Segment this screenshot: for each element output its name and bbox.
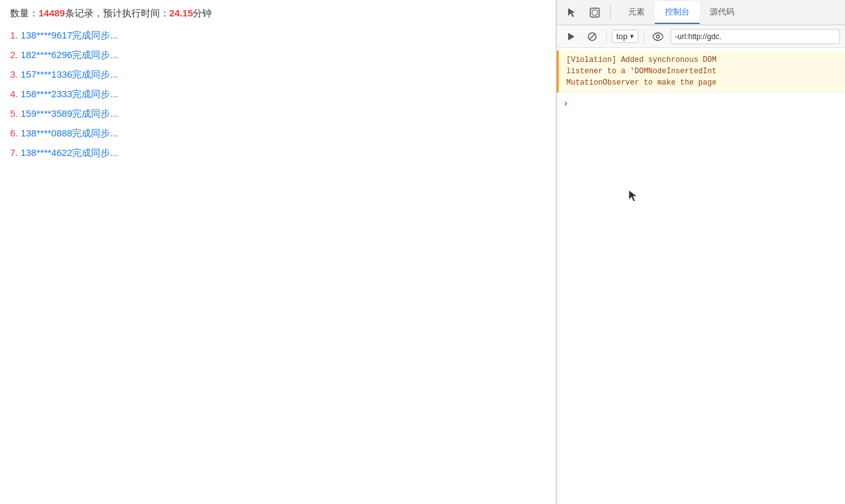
violation-message: [Violation] Added synchronous DOMlistene…	[557, 51, 845, 93]
svg-rect-1	[592, 10, 597, 15]
devtools-top-toolbar: 元素 控制台 源代码	[557, 0, 845, 25]
toolbar-divider-1	[610, 5, 611, 20]
time-unit: 分钟	[193, 8, 212, 18]
item-text: 159****3589完成同步...	[21, 108, 118, 119]
top-dropdown[interactable]: top ▾	[612, 30, 638, 43]
left-panel: 数量：14489条记录，预计执行时间：24.15分钟 1. 138****961…	[0, 0, 556, 504]
list-item: 7. 138****4622完成同步...	[10, 147, 545, 159]
svg-marker-2	[568, 33, 574, 40]
tab-elements[interactable]: 元素	[618, 1, 655, 24]
item-number: 6.	[10, 128, 18, 138]
console-content: [Violation] Added synchronous DOMlistene…	[557, 48, 845, 504]
tab-console[interactable]: 控制台	[655, 1, 700, 24]
item-text: 138****9617完成同步...	[21, 30, 118, 40]
inspect-button[interactable]	[585, 3, 605, 23]
item-text: 158****2333完成同步...	[21, 88, 118, 99]
cursor-pointer-icon	[626, 189, 639, 204]
item-text: 157****1336完成同步...	[21, 69, 118, 80]
cursor-select-button[interactable]	[562, 3, 582, 23]
console-toolbar: top ▾	[557, 25, 845, 48]
list-item: 6. 138****0888完成同步...	[10, 128, 545, 140]
tab-sources[interactable]: 源代码	[700, 1, 745, 24]
item-number: 3.	[10, 69, 18, 80]
record-count: 14489	[39, 8, 65, 18]
console-prompt: ›	[557, 93, 845, 113]
item-number: 1.	[10, 30, 18, 40]
play-button[interactable]	[562, 28, 580, 45]
svg-point-5	[657, 35, 660, 38]
item-number: 2.	[10, 49, 18, 60]
eye-button[interactable]	[649, 28, 667, 45]
console-divider-2	[643, 30, 644, 43]
item-number: 7.	[10, 147, 18, 158]
item-text: 182****6296完成同步...	[21, 49, 118, 60]
console-divider-1	[606, 30, 607, 43]
list-item: 2. 182****6296完成同步...	[10, 49, 545, 61]
list-item: 5. 159****3589完成同步...	[10, 108, 545, 120]
list-item: 4. 158****2333完成同步...	[10, 88, 545, 100]
block-button[interactable]	[583, 28, 601, 45]
item-text: 138****4622完成同步...	[21, 147, 118, 158]
sync-list: 1. 138****9617完成同步... 2. 182****6296完成同步…	[10, 30, 545, 159]
status-line: 数量：14489条记录，预计执行时间：24.15分钟	[10, 8, 545, 20]
svg-rect-0	[590, 8, 599, 17]
item-number: 4.	[10, 88, 18, 99]
item-text: 138****0888完成同步...	[21, 128, 118, 138]
status-unit: 条记录，预计执行时间：	[65, 8, 169, 18]
list-item: 3. 157****1336完成同步...	[10, 69, 545, 81]
cursor-area	[557, 113, 845, 366]
top-label: top	[616, 32, 628, 41]
svg-line-4	[590, 33, 595, 39]
filter-input[interactable]	[671, 29, 840, 44]
violation-text: [Violation] Added synchronous DOMlistene…	[566, 56, 717, 87]
status-prefix: 数量：	[10, 8, 39, 18]
item-number: 5.	[10, 108, 18, 119]
chevron-down-icon: ▾	[630, 32, 634, 40]
exec-time: 24.15	[169, 8, 193, 18]
console-chevron-icon[interactable]: ›	[564, 98, 568, 108]
devtools-panel: 元素 控制台 源代码 top ▾	[556, 0, 845, 504]
list-item: 1. 138****9617完成同步...	[10, 30, 545, 42]
